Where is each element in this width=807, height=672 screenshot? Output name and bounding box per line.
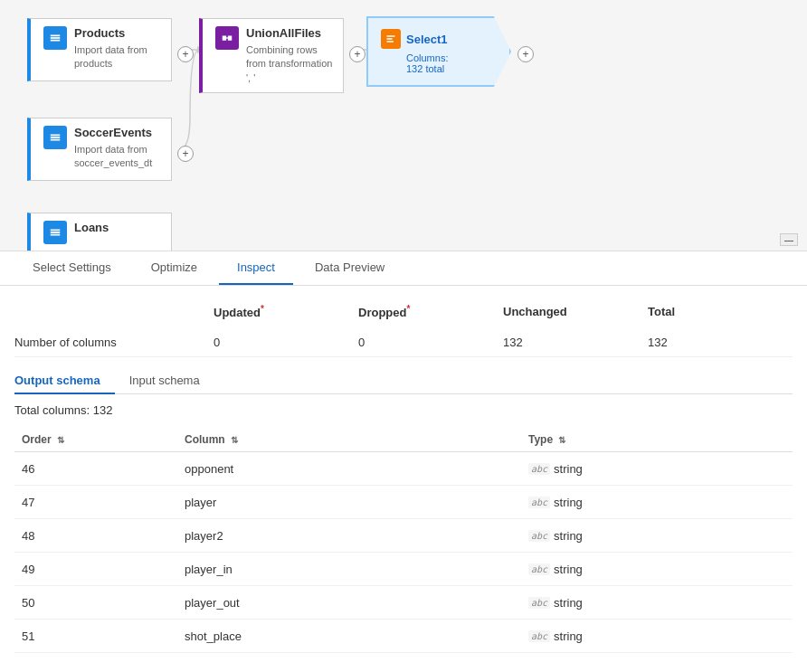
updated-value: 0 <box>214 336 358 349</box>
select-node-title: Select1 <box>406 33 448 46</box>
union-node-desc: Combining rows from transformation ', ' <box>246 43 334 85</box>
select-node-sub2: 132 total <box>406 63 444 74</box>
products-node-desc: Import data from products <box>74 43 162 71</box>
svg-rect-4 <box>51 35 61 37</box>
svg-rect-7 <box>51 135 61 137</box>
table-row: 51 shot_place abc string <box>14 620 793 653</box>
schema-tab-output[interactable]: Output schema <box>14 368 115 394</box>
svg-rect-11 <box>51 232 61 233</box>
unchanged-header: Unchanged <box>503 298 648 326</box>
column-cell: player_out <box>177 586 521 620</box>
node-soccerEvents[interactable]: SoccerEvents Import data from soccer_eve… <box>27 118 172 181</box>
svg-rect-10 <box>51 230 61 232</box>
order-cell: 47 <box>14 486 177 519</box>
svg-rect-8 <box>51 137 61 138</box>
svg-rect-13 <box>387 35 395 37</box>
pipeline-canvas: Products Import data from products + Soc… <box>0 0 807 251</box>
tab-data-preview[interactable]: Data Preview <box>297 251 403 285</box>
order-cell: 49 <box>14 553 177 586</box>
soccerEvents-node-desc: Import data from soccer_events_dt <box>74 143 162 171</box>
dropped-header: Dropped* <box>358 297 503 327</box>
column-cell: opponent <box>177 452 521 486</box>
table-row: 46 opponent abc string <box>14 452 793 486</box>
column-sort-icon: ⇅ <box>231 435 238 445</box>
tab-inspect[interactable]: Inspect <box>219 251 293 285</box>
column-column-header[interactable]: Column ⇅ <box>177 428 521 452</box>
plus-btn-soccerEvents[interactable]: + <box>177 146 194 162</box>
type-column-header[interactable]: Type ⇅ <box>521 428 793 452</box>
union-node-title: UnionAllFiles <box>246 26 334 40</box>
plus-btn-products[interactable]: + <box>177 46 194 62</box>
total-value: 132 <box>648 336 793 349</box>
svg-rect-6 <box>51 40 61 42</box>
inspect-content: Updated* Dropped* Unchanged Total Number… <box>0 286 807 668</box>
svg-rect-9 <box>51 139 61 141</box>
type-sort-icon: ⇅ <box>558 435 565 445</box>
type-cell: abc string <box>521 519 793 553</box>
column-cell: player2 <box>177 519 521 553</box>
tab-optimize[interactable]: Optimize <box>133 251 215 285</box>
type-cell: abc string <box>521 486 793 519</box>
total-columns-label: Total columns: 132 <box>14 403 793 417</box>
tabs-bar: Select Settings Optimize Inspect Data Pr… <box>0 251 807 286</box>
table-row: 50 player_out abc string <box>14 586 793 620</box>
unchanged-value: 132 <box>503 336 648 349</box>
svg-rect-5 <box>51 37 61 39</box>
order-cell: 51 <box>14 620 177 653</box>
table-row: 48 player2 abc string <box>14 519 793 553</box>
dropped-value: 0 <box>358 336 503 349</box>
schema-table: Order ⇅ Column ⇅ Type ⇅ 46 opponent abc <box>14 428 793 653</box>
type-cell: abc string <box>521 553 793 586</box>
table-row: 47 player abc string <box>14 486 793 519</box>
node-select1[interactable]: Select1 Columns: 132 total <box>366 16 511 87</box>
type-cell: abc string <box>521 452 793 486</box>
updated-header: Updated* <box>214 297 358 327</box>
table-row: 49 player_in abc string <box>14 553 793 586</box>
column-cell: shot_place <box>177 620 521 653</box>
order-cell: 46 <box>14 452 177 486</box>
plus-btn-select[interactable]: + <box>517 46 534 62</box>
soccerEvents-node-title: SoccerEvents <box>74 126 162 139</box>
total-header: Total <box>648 298 793 326</box>
svg-rect-15 <box>387 41 394 43</box>
order-cell: 48 <box>14 519 177 553</box>
type-cell: abc string <box>521 620 793 653</box>
order-column-header[interactable]: Order ⇅ <box>14 428 177 452</box>
column-cell: player_in <box>177 553 521 586</box>
node-products[interactable]: Products Import data from products <box>27 18 172 81</box>
products-node-title: Products <box>74 26 162 40</box>
order-sort-icon: ⇅ <box>57 435 64 445</box>
plus-btn-union[interactable]: + <box>349 46 366 62</box>
type-cell: abc string <box>521 586 793 620</box>
svg-rect-12 <box>51 234 61 236</box>
loans-node-title: Loans <box>74 221 109 234</box>
node-unionAllFiles[interactable]: UnionAllFiles Combining rows from transf… <box>199 18 344 93</box>
svg-rect-14 <box>387 38 393 40</box>
order-cell: 50 <box>14 586 177 620</box>
tab-select-settings[interactable]: Select Settings <box>14 251 129 285</box>
minimize-button[interactable]: — <box>780 233 798 246</box>
number-of-columns-label: Number of columns <box>14 336 214 349</box>
node-loans[interactable]: Loans <box>27 213 172 251</box>
select-node-sub1: Columns: <box>406 52 448 63</box>
column-cell: player <box>177 486 521 519</box>
schema-tab-input[interactable]: Input schema <box>115 368 214 393</box>
